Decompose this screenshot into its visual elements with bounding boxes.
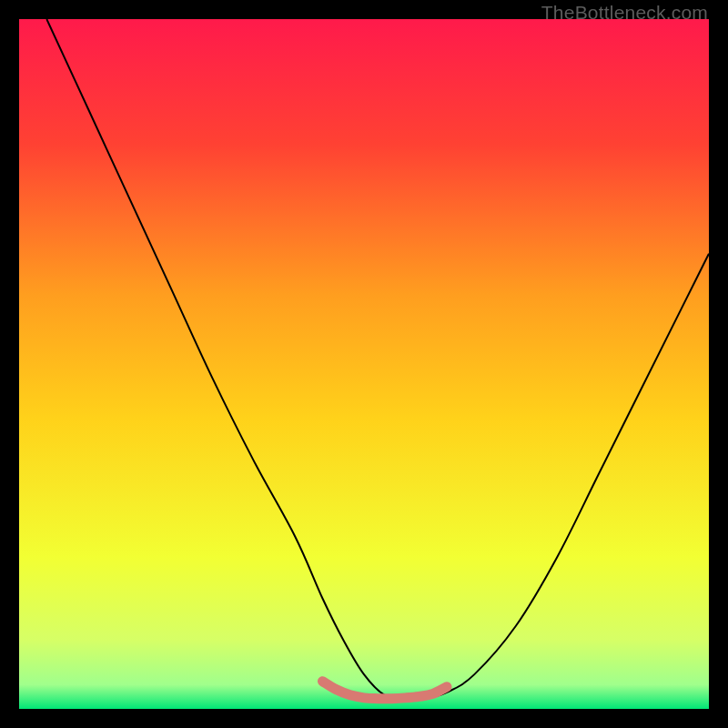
chart-svg — [19, 19, 709, 709]
gradient-background — [19, 19, 709, 709]
chart-frame: TheBottleneck.com — [0, 0, 728, 728]
watermark-text: TheBottleneck.com — [541, 2, 708, 24]
plot-area — [19, 19, 709, 709]
